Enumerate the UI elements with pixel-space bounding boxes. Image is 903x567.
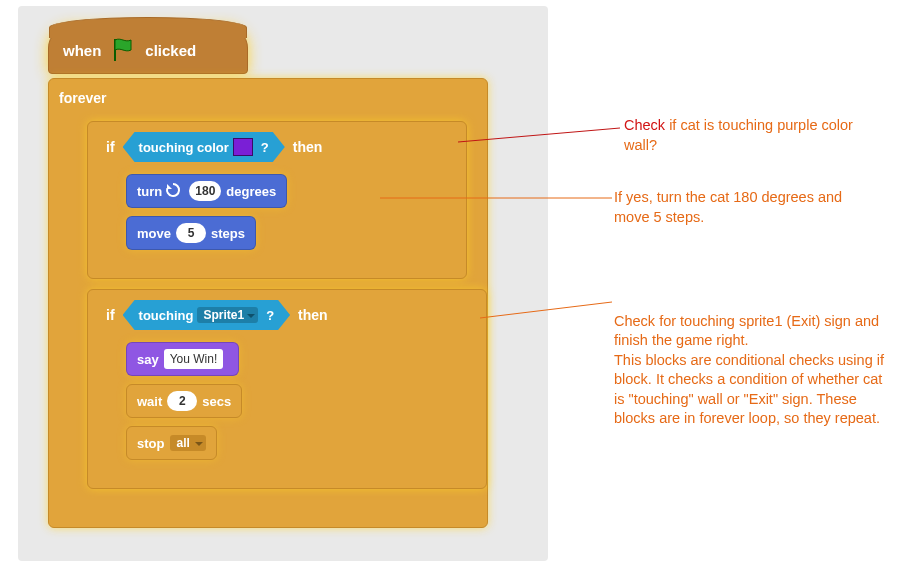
hat-when-label: when bbox=[63, 42, 101, 59]
stop-dropdown-value: all bbox=[176, 436, 189, 450]
if-label: if bbox=[106, 139, 115, 155]
if-touching-sprite[interactable]: if touching Sprite1 ? then say You Win! … bbox=[87, 289, 487, 489]
secs-label: secs bbox=[202, 394, 231, 409]
move-value[interactable]: 5 bbox=[176, 223, 206, 243]
move-block[interactable]: move 5 steps bbox=[126, 216, 256, 250]
clockwise-icon bbox=[165, 182, 181, 201]
question-mark-2: ? bbox=[266, 308, 274, 323]
then-label-2: then bbox=[298, 307, 328, 323]
forever-body: if touching color ? then turn 180 bbox=[73, 111, 477, 503]
if-label-2: if bbox=[106, 307, 115, 323]
then-label: then bbox=[293, 139, 323, 155]
degrees-label: degrees bbox=[226, 184, 276, 199]
touching-color-boolean[interactable]: touching color ? bbox=[123, 132, 285, 162]
annotation-1-highlight: Check bbox=[624, 117, 665, 133]
green-flag-icon bbox=[109, 36, 137, 64]
wait-block[interactable]: wait 2 secs bbox=[126, 384, 242, 418]
touching-dropdown-value: Sprite1 bbox=[203, 308, 244, 322]
turn-label: turn bbox=[137, 184, 162, 199]
annotation-1: Check if cat is touching purple color wa… bbox=[624, 116, 884, 155]
forever-block[interactable]: forever if touching color ? then turn bbox=[48, 78, 488, 528]
if-touching-color[interactable]: if touching color ? then turn 180 bbox=[87, 121, 467, 279]
wait-value[interactable]: 2 bbox=[167, 391, 197, 411]
turn-value[interactable]: 180 bbox=[189, 181, 221, 201]
wait-label: wait bbox=[137, 394, 162, 409]
hat-clicked-label: clicked bbox=[145, 42, 196, 59]
say-label: say bbox=[137, 352, 159, 367]
scratch-canvas: when clicked forever if touching color ?… bbox=[18, 6, 548, 561]
annotation-3: Check for touching sprite1 (Exit) sign a… bbox=[614, 292, 884, 429]
touching-dropdown[interactable]: Sprite1 bbox=[197, 307, 258, 323]
touching-label: touching bbox=[139, 308, 194, 323]
steps-label: steps bbox=[211, 226, 245, 241]
annotation-2: If yes, turn the cat 180 degrees and mov… bbox=[614, 188, 874, 227]
touching-sprite-boolean[interactable]: touching Sprite1 ? bbox=[123, 300, 291, 330]
annotation-2-text: If yes, turn the cat 180 degrees and mov… bbox=[614, 189, 842, 225]
touching-color-label: touching color bbox=[139, 140, 229, 155]
question-mark: ? bbox=[261, 140, 269, 155]
say-block[interactable]: say You Win! bbox=[126, 342, 239, 376]
turn-block[interactable]: turn 180 degrees bbox=[126, 174, 287, 208]
color-swatch-purple[interactable] bbox=[233, 138, 253, 156]
move-label: move bbox=[137, 226, 171, 241]
stop-label: stop bbox=[137, 436, 164, 451]
forever-label: forever bbox=[59, 90, 106, 106]
hat-when-flag-clicked[interactable]: when clicked bbox=[48, 26, 248, 74]
stop-block[interactable]: stop all bbox=[126, 426, 217, 460]
say-text[interactable]: You Win! bbox=[164, 349, 224, 369]
annotation-3-text: Check for touching sprite1 (Exit) sign a… bbox=[614, 313, 884, 427]
stop-dropdown[interactable]: all bbox=[170, 435, 205, 451]
